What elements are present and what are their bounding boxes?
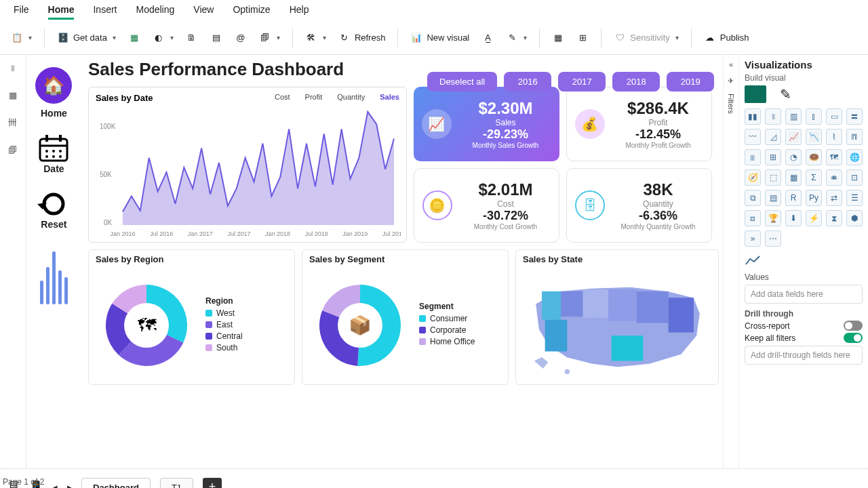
viz-type-icon[interactable]: ⊡ xyxy=(846,169,863,186)
pill-2019[interactable]: 2019 xyxy=(667,72,714,92)
tab-t1[interactable]: T1 xyxy=(160,478,193,489)
pill-deselect-all[interactable]: Deselect all xyxy=(427,72,497,92)
format-visual-icon[interactable]: ✎ xyxy=(780,86,791,102)
viz-type-icon[interactable]: ⫴ xyxy=(765,108,781,125)
nav-date[interactable]: Date xyxy=(37,134,70,174)
viz-type-icon[interactable]: 🌐 xyxy=(846,149,863,165)
transform-button[interactable]: 🛠▾ xyxy=(301,29,330,47)
measure-sales[interactable]: Sales xyxy=(380,93,399,103)
viz-type-icon[interactable]: ▤ xyxy=(765,190,781,206)
pill-2017[interactable]: 2017 xyxy=(558,72,606,92)
measure-profit[interactable]: Profit xyxy=(305,93,323,103)
report-view-icon[interactable]: ⫴ xyxy=(11,63,15,74)
viz-type-icon[interactable]: ⊞ xyxy=(765,149,781,165)
viz-type-icon[interactable]: ◔ xyxy=(785,149,802,165)
viz-type-icon[interactable]: 〓 xyxy=(846,108,863,125)
viz-type-icon[interactable]: ◿ xyxy=(765,129,781,145)
viz-type-icon[interactable]: ⬢ xyxy=(846,210,863,226)
prev-page-icon[interactable]: ◂ xyxy=(53,482,58,488)
pill-2018[interactable]: 2018 xyxy=(612,72,660,92)
recent-sources-button[interactable]: 🗐▾ xyxy=(255,29,284,47)
menu-view[interactable]: View xyxy=(193,4,214,20)
nav-reset[interactable]: Reset xyxy=(37,189,70,230)
publish-button[interactable]: ☁Publish xyxy=(700,29,753,47)
new-measure-button[interactable]: ▦ xyxy=(548,29,568,47)
nav-home[interactable]: 🏠 Home xyxy=(35,67,72,119)
data-hub-button[interactable]: ◐▾ xyxy=(149,29,178,47)
viz-type-icon[interactable]: ⧗ xyxy=(826,210,842,226)
viz-type-icon[interactable]: ▮▮ xyxy=(745,108,761,125)
viz-type-icon[interactable]: ⋯ xyxy=(765,230,781,247)
sales-by-region-chart[interactable]: Sales by Region 🗺 Region WestEastCentral… xyxy=(88,249,295,385)
dax-view-icon[interactable]: 🗐 xyxy=(8,145,17,155)
viz-type-icon[interactable]: ☰ xyxy=(846,190,863,206)
kpi-profit[interactable]: 💰 $286.4K Profit -12.45% Monthly Profit … xyxy=(566,87,712,161)
menu-help[interactable]: Help xyxy=(290,4,309,20)
filters-rail[interactable]: « ✈ Filters xyxy=(723,55,738,468)
tab-dashboard[interactable]: Dashboard xyxy=(81,478,151,489)
measure-quantity[interactable]: Quantity xyxy=(337,93,365,103)
menu-optimize[interactable]: Optimize xyxy=(233,4,270,20)
sql-button[interactable]: 🗎 xyxy=(182,29,202,47)
kpi-quantity[interactable]: 🗄 38K Quantity -6.36% Monthly Quantity G… xyxy=(566,168,712,243)
viz-type-icon[interactable]: Σ xyxy=(806,169,822,186)
viz-type-icon[interactable]: 🍩 xyxy=(806,149,822,165)
viz-type-icon[interactable]: ⧉ xyxy=(745,190,761,206)
add-page-button[interactable]: + xyxy=(203,478,222,489)
menu-home[interactable]: Home xyxy=(48,4,75,20)
model-view-icon[interactable]: 卌 xyxy=(8,117,17,129)
next-page-icon[interactable]: ▸ xyxy=(67,482,72,488)
measure-cost[interactable]: Cost xyxy=(275,93,290,103)
more-visuals-button[interactable]: ✎▾ xyxy=(502,29,531,47)
sales-by-state-map[interactable]: Sales by State xyxy=(515,249,719,385)
viz-type-icon[interactable]: ⇄ xyxy=(826,190,842,206)
sensitivity-button[interactable]: 🛡Sensitivity▾ xyxy=(610,29,683,47)
sales-by-date-chart[interactable]: Sales by Date Cost Profit Quantity Sales… xyxy=(88,87,407,243)
menu-insert[interactable]: Insert xyxy=(93,4,117,20)
viz-type-icon[interactable]: 🗺 xyxy=(826,149,842,165)
table-view-icon[interactable]: ▦ xyxy=(9,90,17,100)
collapse-icon[interactable]: « xyxy=(729,60,733,68)
kpi-cost[interactable]: 🪙 $2.01M Cost -30.72% Monthly Cost Growt… xyxy=(414,168,559,243)
viz-type-icon[interactable]: » xyxy=(745,230,761,247)
viz-type-icon[interactable]: 📈 xyxy=(785,129,802,145)
dataverse-button[interactable]: @ xyxy=(231,29,251,47)
excel-source-button[interactable]: ▦ xyxy=(124,29,144,47)
drill-field-well[interactable]: Add drill-through fields here xyxy=(745,346,863,365)
text-box-button[interactable]: A̲ xyxy=(477,29,498,47)
build-visual-icon[interactable] xyxy=(745,85,766,103)
viz-type-icon[interactable]: Py xyxy=(806,190,822,206)
viz-type-icon[interactable]: ⩎ xyxy=(846,129,863,145)
get-data-button[interactable]: 🗄️Get data▾ xyxy=(53,29,120,47)
viz-type-icon[interactable]: 〰 xyxy=(745,129,761,145)
line-chart-icon[interactable] xyxy=(745,255,761,267)
filters-icon[interactable]: ✈ xyxy=(728,77,734,85)
viz-type-icon[interactable]: ⌇ xyxy=(826,129,842,145)
values-field-well[interactable]: Add data fields here xyxy=(745,285,863,304)
quick-measure-button[interactable]: ⊞ xyxy=(572,29,593,47)
viz-type-icon[interactable]: ▭ xyxy=(826,108,842,125)
viz-type-icon[interactable]: 🧭 xyxy=(745,169,761,186)
viz-type-icon[interactable]: R xyxy=(785,190,802,206)
viz-type-icon[interactable]: ⫼ xyxy=(745,149,761,165)
new-visual-button[interactable]: 📊New visual xyxy=(406,29,473,47)
viz-type-icon[interactable]: ⫿ xyxy=(806,108,822,125)
refresh-button[interactable]: ↻Refresh xyxy=(334,29,390,47)
enter-data-button[interactable]: ▤ xyxy=(206,29,226,47)
sales-by-segment-chart[interactable]: Sales by Segment 📦 Segment ConsumerCorpo… xyxy=(302,249,509,385)
viz-type-icon[interactable]: ⬚ xyxy=(765,169,781,186)
paste-button[interactable]: 📋▾ xyxy=(7,29,36,47)
viz-type-icon[interactable]: ▥ xyxy=(785,108,802,125)
keep-filters-toggle[interactable] xyxy=(844,333,863,343)
viz-type-icon[interactable]: 🏆 xyxy=(765,210,781,226)
viz-type-icon[interactable]: ⚡ xyxy=(806,210,822,226)
menu-modeling[interactable]: Modeling xyxy=(136,4,174,20)
cross-report-toggle[interactable] xyxy=(844,321,863,331)
pill-2016[interactable]: 2016 xyxy=(504,72,551,92)
menu-file[interactable]: File xyxy=(14,4,29,20)
viz-type-icon[interactable]: ⬇ xyxy=(785,210,802,226)
viz-type-icon[interactable]: ⧈ xyxy=(745,210,761,226)
kpi-sales[interactable]: 📈 $2.30M Sales -29.23% Monthly Sales Gro… xyxy=(414,87,559,161)
viz-type-icon[interactable]: 📉 xyxy=(806,129,822,145)
viz-type-icon[interactable]: ⩩ xyxy=(826,169,842,186)
